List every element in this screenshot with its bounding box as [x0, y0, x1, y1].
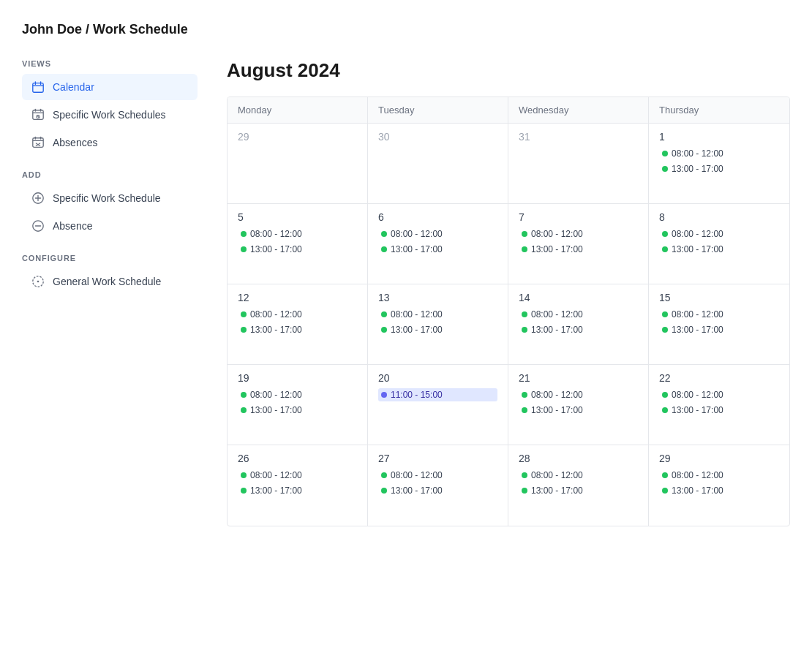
event-time: 08:00 - 12:00	[672, 229, 723, 239]
week-row-2: 1208:00 - 12:0013:00 - 17:001308:00 - 12…	[228, 284, 789, 365]
calendar-area: August 2024 Monday Tuesday Wednesday Thu…	[212, 59, 790, 526]
event-time: 11:00 - 15:00	[391, 390, 443, 400]
sidebar-item-calendar[interactable]: Calendar	[22, 74, 198, 100]
event-dot-green	[381, 311, 387, 317]
event-time: 13:00 - 17:00	[531, 244, 583, 254]
event-dot-green	[662, 246, 668, 252]
cell-4-3: 2908:00 - 12:0013:00 - 17:00	[649, 445, 789, 526]
event-1-2-1[interactable]: 13:00 - 17:00	[519, 243, 638, 256]
event-time: 08:00 - 12:00	[250, 309, 302, 320]
date-4-0: 26	[238, 453, 357, 464]
calendar-grid: Monday Tuesday Wednesday Thursday 293031…	[227, 97, 790, 526]
event-3-0-0[interactable]: 08:00 - 12:00	[238, 388, 357, 401]
event-1-1-1[interactable]: 13:00 - 17:00	[378, 243, 497, 256]
event-4-2-0[interactable]: 08:00 - 12:00	[519, 469, 638, 482]
event-dot-green	[241, 231, 247, 237]
event-1-3-0[interactable]: 08:00 - 12:00	[659, 227, 779, 241]
event-3-3-0[interactable]: 08:00 - 12:00	[659, 388, 779, 401]
calendar-icon	[31, 80, 45, 94]
event-dot-green	[241, 327, 247, 333]
event-2-3-0[interactable]: 08:00 - 12:00	[659, 308, 779, 321]
event-time: 13:00 - 17:00	[250, 244, 302, 254]
event-1-0-1[interactable]: 13:00 - 17:00	[238, 243, 357, 256]
event-4-0-0[interactable]: 08:00 - 12:00	[238, 469, 357, 482]
event-4-1-0[interactable]: 08:00 - 12:00	[378, 469, 497, 482]
sidebar-item-add-absence[interactable]: Absence	[22, 213, 198, 239]
event-dot-green	[381, 327, 387, 333]
event-0-3-0[interactable]: 08:00 - 12:00	[659, 147, 779, 160]
cell-0-3: 108:00 - 12:0013:00 - 17:00	[649, 124, 789, 203]
week-row-1: 508:00 - 12:0013:00 - 17:00608:00 - 12:0…	[228, 204, 789, 284]
sidebar-specific-label: Specific Work Schedules	[53, 109, 166, 121]
event-4-1-1[interactable]: 13:00 - 17:00	[378, 484, 497, 497]
sidebar-item-general-work-schedule[interactable]: General Work Schedule	[22, 268, 198, 295]
date-3-0: 19	[238, 372, 357, 384]
event-0-3-1[interactable]: 13:00 - 17:00	[659, 162, 779, 175]
date-0-0: 29	[238, 131, 357, 143]
event-1-2-0[interactable]: 08:00 - 12:00	[519, 227, 638, 241]
main-layout: VIEWS Calendar	[22, 59, 790, 526]
event-dot-green	[662, 166, 668, 172]
date-1-1: 6	[378, 211, 497, 223]
event-2-2-1[interactable]: 13:00 - 17:00	[519, 323, 638, 336]
event-3-2-1[interactable]: 13:00 - 17:00	[519, 404, 638, 417]
event-4-3-1[interactable]: 13:00 - 17:00	[659, 484, 779, 497]
header-monday: Monday	[228, 97, 368, 123]
event-dot-green	[662, 472, 668, 478]
event-4-2-1[interactable]: 13:00 - 17:00	[519, 484, 638, 497]
sidebar-item-add-specific[interactable]: Specific Work Schedule	[22, 185, 198, 211]
event-2-3-1[interactable]: 13:00 - 17:00	[659, 323, 779, 336]
date-1-3: 8	[659, 211, 779, 223]
event-dot-green	[522, 231, 527, 237]
event-1-3-1[interactable]: 13:00 - 17:00	[659, 243, 779, 256]
event-time: 13:00 - 17:00	[391, 485, 443, 496]
event-time: 08:00 - 12:00	[531, 470, 583, 480]
page: John Doe / Work Schedule VIEWS Calendar	[0, 0, 812, 548]
event-dot-green	[241, 488, 247, 494]
calendar-body: 293031108:00 - 12:0013:00 - 17:00508:00 …	[228, 124, 789, 526]
sidebar-item-absences[interactable]: Absences	[22, 129, 198, 156]
sidebar-item-specific-work-schedules[interactable]: Specific Work Schedules	[22, 102, 198, 128]
date-3-1: 20	[378, 372, 497, 384]
add-label: ADD	[22, 170, 198, 179]
week-row-4: 2608:00 - 12:0013:00 - 17:002708:00 - 12…	[228, 445, 789, 526]
cell-1-2: 708:00 - 12:0013:00 - 17:00	[508, 204, 649, 284]
event-dot-green	[381, 231, 387, 237]
event-time: 08:00 - 12:00	[531, 229, 583, 239]
svg-point-23	[37, 281, 40, 283]
add-absence-label: Absence	[53, 220, 92, 232]
event-dot-green	[662, 151, 668, 156]
date-3-3: 22	[659, 372, 779, 384]
general-work-schedule-label: General Work Schedule	[53, 276, 161, 287]
cell-0-0: 29	[228, 124, 368, 203]
event-dot-green	[381, 488, 387, 494]
event-3-3-1[interactable]: 13:00 - 17:00	[659, 404, 779, 417]
add-circle-icon	[31, 191, 45, 205]
event-2-0-1[interactable]: 13:00 - 17:00	[238, 323, 357, 336]
date-0-1: 30	[378, 131, 497, 143]
event-dot-green	[381, 246, 387, 252]
event-2-2-0[interactable]: 08:00 - 12:00	[519, 308, 638, 321]
event-time: 08:00 - 12:00	[250, 470, 302, 480]
event-time: 08:00 - 12:00	[250, 229, 302, 239]
event-dot-green	[522, 392, 527, 398]
event-3-2-0[interactable]: 08:00 - 12:00	[519, 388, 638, 401]
event-1-0-0[interactable]: 08:00 - 12:00	[238, 227, 357, 241]
event-2-1-0[interactable]: 08:00 - 12:00	[378, 308, 497, 321]
cell-1-3: 808:00 - 12:0013:00 - 17:00	[649, 204, 789, 284]
event-3-1-0[interactable]: 11:00 - 15:00	[378, 388, 497, 401]
event-4-3-0[interactable]: 08:00 - 12:00	[659, 469, 779, 482]
event-1-1-0[interactable]: 08:00 - 12:00	[378, 227, 497, 241]
cell-4-2: 2808:00 - 12:0013:00 - 17:00	[508, 445, 649, 526]
event-2-0-0[interactable]: 08:00 - 12:00	[238, 308, 357, 321]
event-2-1-1[interactable]: 13:00 - 17:00	[378, 323, 497, 336]
event-4-0-1[interactable]: 13:00 - 17:00	[238, 484, 357, 497]
event-3-0-1[interactable]: 13:00 - 17:00	[238, 404, 357, 417]
cell-3-0: 1908:00 - 12:0013:00 - 17:00	[228, 365, 368, 445]
event-dot-green	[522, 327, 527, 333]
calendar-title: August 2024	[227, 59, 790, 82]
date-4-1: 27	[378, 453, 497, 464]
event-time: 13:00 - 17:00	[391, 325, 443, 335]
breadcrumb: John Doe / Work Schedule	[22, 22, 790, 37]
date-3-2: 21	[519, 372, 638, 384]
